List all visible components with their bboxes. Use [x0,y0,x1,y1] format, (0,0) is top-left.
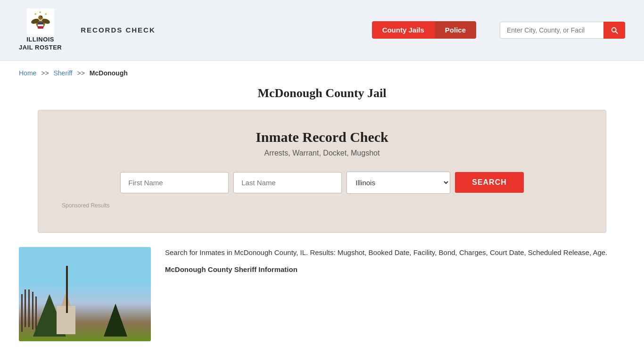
record-check-form: IllinoisAlabamaAlaskaArizonaArkansasCali… [62,172,582,194]
header-search-input[interactable] [500,22,603,39]
location-image [19,247,151,341]
page-title: McDonough County Jail [19,86,625,100]
church-spire [61,292,71,306]
sponsored-results-label: Sponsored Results [62,202,582,209]
svg-point-4 [41,16,42,17]
county-jails-button[interactable]: County Jails [372,21,435,39]
breadcrumb-current: McDonough [90,69,128,77]
record-check-title: Inmate Record Check [62,129,582,145]
illinois-flag-icon: ★ ★ ★ [27,8,54,36]
site-header: ★ ★ ★ ILLINOIS JAIL ROSTER RECORDS CHECK… [0,0,644,61]
content-text-area: Search for Inmates in McDonough County, … [165,247,625,341]
svg-rect-9 [38,22,43,25]
header-nav: County Jails Police [372,21,476,39]
content-section: Search for Inmates in McDonough County, … [19,247,625,341]
svg-text:★: ★ [39,10,41,14]
svg-point-3 [38,16,43,20]
breadcrumb: Home >> Sheriff >> McDonough [0,61,644,82]
content-description: Search for Inmates in McDonough County, … [165,247,625,258]
svg-rect-10 [38,25,43,26]
first-name-input[interactable] [120,172,229,193]
breadcrumb-home-link[interactable]: Home [19,69,36,77]
state-select[interactable]: IllinoisAlabamaAlaskaArizonaArkansasCali… [347,172,450,194]
tree-decoration-2 [104,304,127,337]
svg-rect-11 [38,26,43,29]
records-check-label: RECORDS CHECK [81,26,156,34]
header-search-area [500,22,625,39]
search-main-button[interactable]: SEARCH [455,172,524,193]
church-building [57,306,75,334]
breadcrumb-sheriff-link[interactable]: Sheriff [54,69,73,77]
svg-text:★: ★ [33,12,36,16]
record-check-section: Inmate Record Check Arrests, Warrant, Do… [38,110,606,233]
record-check-subtitle: Arrests, Warrant, Docket, Mugshot [62,149,582,157]
breadcrumb-separator-2: >> [77,69,85,77]
header-search-button[interactable] [603,22,625,39]
last-name-input[interactable] [233,172,342,193]
svg-text:★: ★ [44,12,47,16]
search-icon [610,26,619,34]
logo-text: ILLINOIS JAIL ROSTER [19,36,62,52]
police-button[interactable]: Police [435,21,476,39]
breadcrumb-separator-1: >> [41,69,49,77]
site-logo-link[interactable]: ★ ★ ★ ILLINOIS JAIL ROSTER [19,8,62,52]
content-subheading: McDonough County Sheriff Information [165,264,625,275]
